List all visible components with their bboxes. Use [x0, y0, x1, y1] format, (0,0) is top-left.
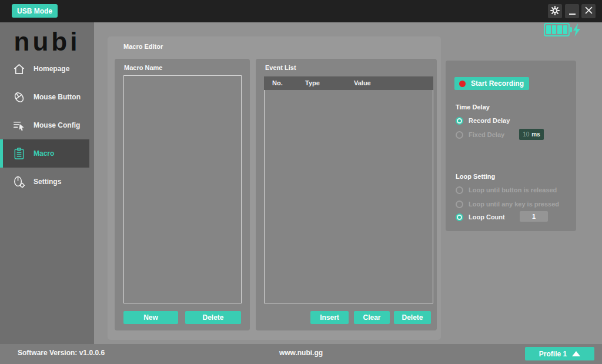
delete-macro-button[interactable]: Delete: [185, 311, 241, 324]
sidebar-item-label: Mouse Button: [34, 93, 81, 101]
loop-count-input[interactable]: 1: [520, 211, 548, 222]
sidebar-item-label: Homepage: [34, 65, 69, 73]
record-dot-icon: [459, 81, 466, 87]
fixed-delay-input[interactable]: 10 ms: [519, 129, 544, 140]
event-table-body[interactable]: [264, 90, 433, 303]
fixed-delay-option[interactable]: Fixed Delay: [456, 131, 504, 139]
sidebar-item-mouse-config[interactable]: Mouse Config: [0, 111, 94, 139]
sidebar-item-label: Settings: [34, 178, 61, 186]
macro-name-panel: Macro Name New Delete: [115, 59, 250, 330]
charging-bolt-icon: [573, 24, 581, 39]
sidebar-item-label: Macro: [34, 149, 54, 158]
close-icon: [585, 6, 593, 16]
battery-segment: [557, 25, 562, 34]
loop-count-label: Loop Count: [469, 213, 505, 221]
triangle-up-icon: [572, 351, 580, 356]
titlebar: USB Mode: [0, 0, 602, 22]
event-table-header: No. Type Value: [264, 76, 433, 90]
time-delay-title: Time Delay: [456, 103, 490, 111]
fixed-delay-unit: ms: [531, 131, 540, 138]
fixed-delay-label: Fixed Delay: [469, 131, 504, 138]
radio-unselected-icon: [456, 201, 463, 208]
battery-segment: [552, 25, 557, 34]
start-recording-button[interactable]: Start Recording: [454, 77, 529, 90]
clear-events-button[interactable]: Clear: [354, 311, 390, 324]
macro-name-list[interactable]: [123, 75, 242, 303]
battery-terminal: [570, 27, 572, 32]
sidebar-item-mouse-button[interactable]: Mouse Button: [0, 83, 94, 111]
column-header-value: Value: [354, 79, 371, 86]
radio-unselected-icon: [456, 186, 463, 194]
app-window: USB Mode: [0, 0, 602, 364]
loop-until-released-label: Loop until button is released: [469, 186, 557, 193]
loop-until-pressed-option[interactable]: Loop until any key is pressed: [456, 200, 559, 208]
software-version: Software Version: v1.0.0.6: [18, 349, 105, 357]
macro-editor-panel: Macro Editor Macro Name New Delete Event…: [108, 36, 441, 340]
loop-until-pressed-label: Loop until any key is pressed: [469, 201, 559, 208]
loop-setting-title: Loop Setting: [456, 173, 495, 180]
statusbar: Software Version: v1.0.0.6 www.nubi.gg P…: [0, 344, 602, 364]
home-icon: [12, 62, 26, 76]
delete-event-button[interactable]: Delete: [394, 311, 431, 324]
battery-segment: [563, 25, 568, 34]
record-delay-label: Record Delay: [469, 117, 510, 124]
minimize-button[interactable]: [565, 4, 579, 18]
sidebar: nubi Homepage Mouse Butt: [0, 22, 94, 344]
loop-until-released-option[interactable]: Loop until button is released: [456, 186, 557, 194]
profile-label: Profile 1: [539, 350, 567, 358]
macro-icon: [12, 146, 26, 161]
minimize-icon: [569, 14, 576, 15]
loop-count-option[interactable]: Loop Count: [456, 213, 505, 221]
close-button[interactable]: [581, 4, 596, 18]
radio-selected-icon: [456, 213, 463, 221]
battery-segment: [546, 25, 551, 34]
settings-gear-button[interactable]: [548, 4, 562, 18]
fixed-delay-value: 10: [523, 131, 529, 138]
sidebar-item-label: Mouse Config: [34, 121, 80, 129]
loop-count-value: 1: [532, 213, 536, 220]
website-link: www.nubi.gg: [279, 349, 323, 357]
sidebar-item-macro[interactable]: Macro: [0, 139, 94, 168]
start-recording-label: Start Recording: [471, 79, 524, 88]
mouse-icon: [12, 90, 26, 104]
column-header-no: No.: [272, 79, 283, 86]
macro-name-title: Macro Name: [124, 64, 162, 71]
column-header-type: Type: [305, 79, 320, 86]
mouse-config-icon: [12, 118, 26, 132]
radio-selected-icon: [456, 117, 463, 125]
recording-settings-panel: Start Recording Time Delay Record Delay …: [446, 61, 576, 231]
profile-button[interactable]: Profile 1: [525, 347, 594, 360]
event-list-title: Event List: [265, 64, 296, 71]
radio-unselected-icon: [456, 131, 463, 139]
selected-item-accent-bar: [0, 139, 3, 168]
sidebar-item-settings[interactable]: Settings: [0, 168, 94, 196]
settings-icon: [12, 175, 26, 189]
new-macro-button[interactable]: New: [123, 311, 178, 324]
macro-editor-title: Macro Editor: [123, 43, 163, 50]
insert-event-button[interactable]: Insert: [310, 311, 349, 324]
usb-mode-button[interactable]: USB Mode: [12, 4, 58, 18]
sidebar-item-homepage[interactable]: Homepage: [0, 55, 94, 83]
gear-icon: [550, 6, 560, 17]
record-delay-option[interactable]: Record Delay: [456, 116, 510, 125]
event-list-panel: Event List No. Type Value Insert Clear D…: [256, 59, 437, 330]
battery-indicator: [544, 23, 570, 36]
nubi-logo: nubi: [0, 27, 94, 56]
